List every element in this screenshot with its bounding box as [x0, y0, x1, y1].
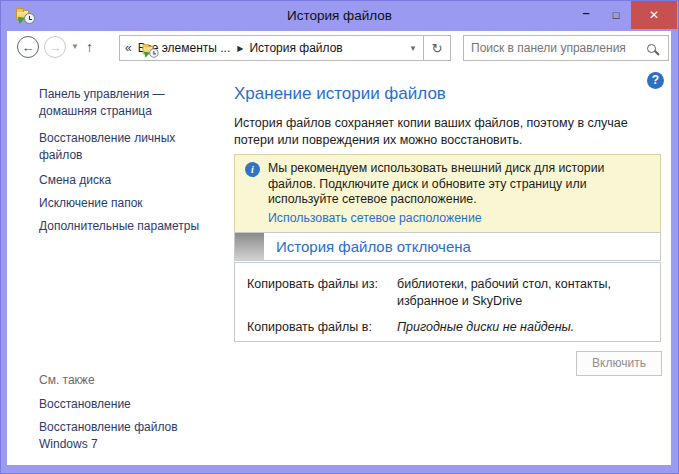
back-button[interactable]: ← — [17, 36, 39, 58]
status-details: Копировать файлы из: библиотеки, рабочий… — [234, 262, 661, 342]
up-button[interactable]: ↑ — [86, 39, 93, 55]
notice-text: Мы рекомендуем использовать внешний диск… — [268, 161, 650, 208]
sidebar-item-change-drive[interactable]: Смена диска — [39, 172, 201, 189]
refresh-icon[interactable]: ↻ — [424, 36, 450, 60]
see-also-header: См. также — [39, 373, 95, 387]
recent-pages-dropdown[interactable]: ▼ — [71, 42, 79, 51]
search-input[interactable] — [464, 41, 647, 55]
sidebar-item-windows7-file-recovery[interactable]: Восстановление файлов Windows 7 — [39, 419, 201, 453]
info-icon: i — [245, 162, 260, 177]
status-header-glyph — [235, 233, 264, 260]
maximize-button[interactable]: □ — [601, 1, 631, 29]
status-title: История файлов отключена — [276, 238, 471, 255]
search-icon[interactable] — [647, 44, 656, 53]
client-panel: ← → ▼ ↑ « Все элементы ... ▶ История фай… — [7, 31, 671, 465]
sidebar-item-recovery[interactable]: Восстановление — [39, 396, 201, 413]
copy-from-label: Копировать файлы из: — [247, 276, 397, 310]
titlebar: История файлов – □ ✕ — [1, 1, 678, 31]
sidebar-item-control-panel-home[interactable]: Панель управления — домашняя страница — [39, 86, 201, 120]
search-box — [463, 35, 669, 61]
sidebar-item-restore-personal-files[interactable]: Восстановление личных файлов — [39, 130, 201, 164]
close-button[interactable]: ✕ — [631, 1, 677, 29]
breadcrumb-separator-icon[interactable]: ▶ — [237, 44, 243, 53]
page-title: Хранение истории файлов — [234, 84, 446, 104]
forward-button[interactable]: → — [44, 36, 66, 58]
copy-to-row: Копировать файлы в: Пригодные диски не н… — [235, 319, 660, 336]
file-history-window: История файлов – □ ✕ ← → ▼ ↑ « Все элеме… — [0, 0, 679, 474]
breadcrumb-bar: « Все элементы ... ▶ История файлов ▼ ↻ — [119, 35, 451, 61]
sidebar-item-advanced-settings[interactable]: Дополнительные параметры — [39, 218, 201, 235]
copy-from-value: библиотеки, рабочий стол, контакты, избр… — [397, 276, 648, 310]
navigation-bar: ← → ▼ ↑ « Все элементы ... ▶ История фай… — [7, 31, 671, 64]
breadcrumb-overflow-chevron[interactable]: « — [125, 41, 132, 55]
breadcrumb-current[interactable]: История файлов — [249, 41, 342, 55]
minimize-button[interactable]: – — [571, 1, 601, 29]
recommendation-notice: i Мы рекомендуем использовать внешний ди… — [234, 154, 661, 233]
copy-to-label: Копировать файлы в: — [247, 319, 397, 336]
sidebar-item-exclude-folders[interactable]: Исключение папок — [39, 195, 201, 212]
use-network-location-link[interactable]: Использовать сетевое расположение — [268, 211, 650, 225]
copy-to-value: Пригодные диски не найдены. — [397, 319, 648, 336]
status-header: История файлов отключена — [234, 232, 661, 261]
page-description: История файлов сохраняет копии ваших фай… — [234, 115, 658, 149]
enable-button[interactable]: Включить — [576, 351, 662, 376]
breadcrumb-file-history-icon — [142, 43, 158, 57]
address-dropdown-icon[interactable]: ▼ — [403, 36, 423, 60]
window-controls: – □ ✕ — [571, 1, 677, 29]
copy-from-row: Копировать файлы из: библиотеки, рабочий… — [235, 276, 660, 310]
help-icon[interactable]: ? — [647, 72, 664, 89]
